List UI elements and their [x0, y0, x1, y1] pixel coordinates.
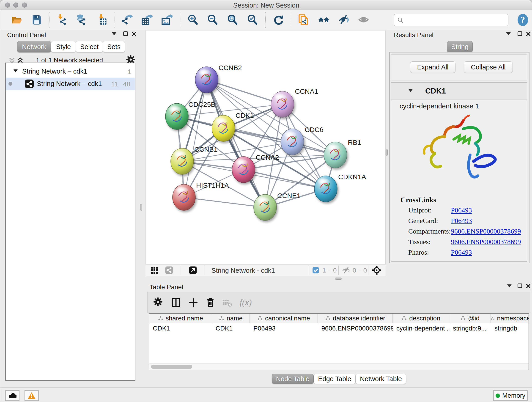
bottom-splitter-handle[interactable] — [335, 278, 342, 280]
left-splitter-handle[interactable] — [140, 204, 142, 211]
toolbar-button-home-networks[interactable] — [318, 14, 330, 26]
birds-eye-view-icon[interactable] — [150, 266, 159, 274]
toolbar-button-export-network[interactable] — [121, 14, 133, 26]
selected-checkbox-icon[interactable] — [312, 267, 319, 274]
tab-select[interactable]: Select — [76, 41, 103, 52]
scrollbar-thumb[interactable] — [151, 365, 192, 369]
protein-disclosure-icon[interactable] — [408, 89, 413, 92]
delete-table-icon[interactable] — [222, 297, 233, 308]
network-edge[interactable] — [184, 197, 265, 207]
search-input[interactable] — [404, 16, 508, 24]
table-cell[interactable]: stringdb:9... — [449, 323, 491, 333]
table-cell[interactable]: CDK1 — [212, 323, 250, 333]
toolbar-button-import-database[interactable] — [75, 14, 87, 26]
network-node-label: CDK1 — [235, 112, 254, 119]
crosslink-label: Compartments: — [408, 227, 451, 235]
column-header-description[interactable]: description — [393, 314, 449, 323]
tab-network-table[interactable]: Network Table — [355, 374, 406, 384]
network-node-RB1[interactable]: RB1 — [324, 139, 361, 168]
table-cell[interactable]: P06493 — [250, 323, 318, 333]
toolbar-button-import-table[interactable] — [96, 14, 108, 26]
control-panel-close-icon[interactable] — [132, 32, 137, 36]
column-header-database-identifier[interactable]: database identifier — [318, 314, 393, 323]
column-header-@id[interactable]: @id — [449, 314, 491, 323]
results-panel-float-button[interactable] — [518, 32, 522, 36]
delete-column-icon[interactable] — [205, 297, 216, 308]
crosslink-link[interactable]: 9606.ENSP00000378699 — [451, 238, 521, 246]
show-columns-icon[interactable] — [171, 297, 181, 308]
column-header-canonical-name[interactable]: canonical name — [250, 314, 318, 323]
crosslink-link[interactable]: P06493 — [451, 249, 472, 256]
search-box[interactable] — [394, 14, 508, 26]
crosslink-link[interactable]: P06493 — [451, 217, 472, 225]
fit-selected-crosshair-icon[interactable] — [372, 265, 381, 275]
tab-string[interactable]: String — [447, 41, 473, 52]
toolbar-button-zoom-out[interactable] — [207, 14, 219, 26]
network-node-CCNA1[interactable]: CCNA1 — [271, 88, 318, 117]
create-column-icon[interactable] — [188, 297, 199, 308]
network-row-selected[interactable]: String Network – cdk1 11 48 — [6, 78, 135, 90]
network-node-CCNE1[interactable]: CCNE1 — [254, 192, 301, 220]
protein-card-header[interactable]: CDK1 — [391, 83, 527, 99]
open-in-window-icon[interactable] — [189, 266, 197, 274]
control-panel-float-button[interactable] — [123, 32, 128, 36]
column-header-shared-name[interactable]: shared name — [149, 314, 212, 323]
table-options-gear-icon[interactable] — [153, 297, 164, 308]
collapse-all-button[interactable]: Collapse All — [464, 61, 513, 73]
results-panel-close-icon[interactable] — [526, 32, 531, 36]
network-node-CDKN1A[interactable]: CDKN1A — [314, 173, 366, 202]
toolbar-button-export-table[interactable] — [141, 14, 152, 26]
network-edge[interactable] — [184, 80, 207, 197]
network-canvas[interactable]: CCNB2CCNA1CDC25BCDK1CDC6RB1CCNB1CCNA2CDK… — [146, 30, 386, 264]
toolbar-button-export-image[interactable] — [161, 14, 172, 26]
table-panel-float-button[interactable] — [518, 283, 522, 288]
save-session-icon — [31, 14, 42, 26]
toolbar-button-share-document[interactable] — [298, 14, 310, 26]
tab-edge-table[interactable]: Edge Table — [314, 374, 355, 384]
collection-disclosure-icon[interactable] — [13, 70, 18, 72]
table-cell[interactable]: 9606.ENSP00000378699 — [318, 323, 393, 333]
tab-node-table[interactable]: Node Table — [272, 374, 314, 384]
table-cell[interactable]: cyclin-dependent ... — [393, 323, 449, 333]
control-panel-menu-icon[interactable] — [112, 32, 116, 35]
table-cell[interactable]: stringdb — [491, 323, 529, 333]
expand-all-button[interactable]: Expand All — [410, 61, 456, 73]
tab-sets[interactable]: Sets — [103, 41, 125, 52]
table-panel-menu-icon[interactable] — [507, 284, 512, 287]
string-style-icon[interactable] — [165, 266, 173, 274]
network-edge[interactable] — [244, 170, 326, 189]
crosslink-link[interactable]: 9606.ENSP00000378699 — [451, 227, 521, 235]
results-panel-menu-icon[interactable] — [506, 32, 511, 35]
memory-button[interactable]: Memory — [493, 390, 528, 401]
cloud-button[interactable] — [5, 390, 19, 401]
toolbar-button-import-network[interactable] — [56, 14, 68, 26]
toolbar-button-zoom-selected[interactable] — [247, 14, 259, 26]
toolbar-button-show-panels[interactable] — [358, 14, 370, 26]
toolbar-button-refresh[interactable] — [273, 14, 285, 26]
function-builder-icon[interactable]: f(x) — [238, 297, 256, 308]
right-splitter-handle[interactable] — [386, 149, 388, 156]
hidden-eye-slash-icon[interactable] — [342, 266, 350, 274]
toolbar-button-zoom-fit[interactable] — [227, 14, 239, 26]
home-networks-icon — [318, 14, 330, 26]
toolbar-button-hide-panels[interactable] — [338, 14, 350, 26]
toolbar-button-zoom-in[interactable] — [187, 14, 199, 26]
table-cell[interactable]: CDK1 — [149, 323, 212, 333]
network-collection-row[interactable]: String Network – cdk1 1 — [6, 65, 135, 78]
footer-divider — [180, 265, 180, 275]
table-panel-close-icon[interactable] — [526, 283, 531, 288]
help-button[interactable]: ? — [516, 13, 530, 27]
table-horizontal-scrollbar[interactable] — [149, 363, 529, 370]
toolbar-button-save-session[interactable] — [31, 14, 42, 26]
network-edge[interactable] — [207, 80, 283, 104]
crosslink-link[interactable]: P06493 — [451, 206, 472, 214]
warnings-button[interactable] — [25, 390, 39, 401]
column-header-name[interactable]: name — [212, 314, 250, 323]
network-node-HIST1H1A[interactable]: HIST1H1A — [172, 182, 229, 211]
tab-style[interactable]: Style — [51, 41, 76, 52]
toolbar-button-open-session[interactable] — [11, 14, 23, 26]
column-header-namespace[interactable]: namespace — [491, 314, 529, 323]
tab-network[interactable]: Network — [17, 41, 51, 52]
crosslink-label: Uniprot: — [408, 206, 432, 214]
table-row[interactable]: CDK1CDK1P064939606.ENSP00000378699cyclin… — [149, 323, 529, 333]
